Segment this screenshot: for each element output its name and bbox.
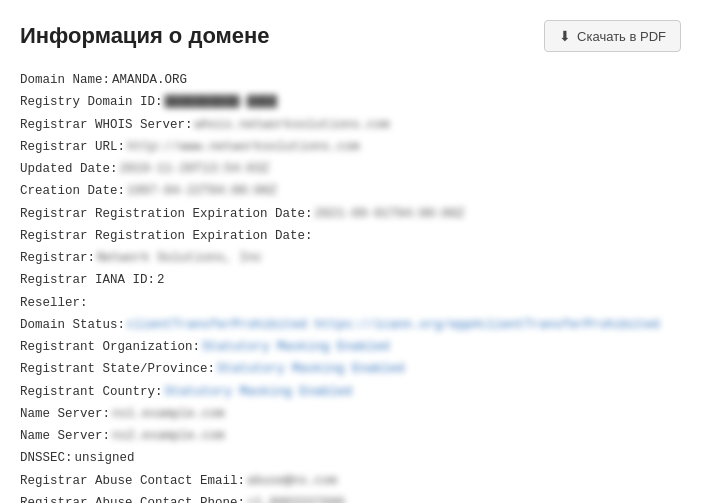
field-label: Reseller: xyxy=(20,293,88,314)
field-value: http://www.networksolutions.com xyxy=(127,137,360,158)
whois-row: Registrant State/Province: Statutory Mas… xyxy=(20,359,681,380)
field-label: DNSSEC: xyxy=(20,448,73,469)
whois-content: Domain Name: AMANDA.ORGRegistry Domain I… xyxy=(20,70,681,503)
field-label: Registrar Registration Expiration Date: xyxy=(20,204,313,225)
field-label: Domain Status: xyxy=(20,315,125,336)
field-label: Registrar Abuse Contact Phone: xyxy=(20,493,245,503)
field-label: Registrant State/Province: xyxy=(20,359,215,380)
whois-row: Name Server: ns2.example.com xyxy=(20,426,681,447)
field-value: ns1.example.com xyxy=(112,404,225,425)
whois-row: Registrant Country: Statutory Masking En… xyxy=(20,382,681,403)
field-label: Registrant Country: xyxy=(20,382,163,403)
field-label: Registrar Abuse Contact Email: xyxy=(20,471,245,492)
whois-row: Creation Date: 1997-04-22T04:00:00Z xyxy=(20,181,681,202)
download-icon: ⬇ xyxy=(559,28,571,44)
whois-row: Name Server: ns1.example.com xyxy=(20,404,681,425)
whois-row: Registrar WHOIS Server: whois.networksol… xyxy=(20,115,681,136)
field-value: +1.8003337680 xyxy=(247,493,345,503)
field-label: Domain Name: xyxy=(20,70,110,91)
field-value: ██████████-████ xyxy=(165,92,278,113)
download-button-label: Скачать в PDF xyxy=(577,29,666,44)
whois-row: Registrant Organization: Statutory Maski… xyxy=(20,337,681,358)
field-value: Network Solutions, Inc xyxy=(97,248,262,269)
whois-row: Registry Domain ID: ██████████-████ xyxy=(20,92,681,113)
field-label: Name Server: xyxy=(20,404,110,425)
field-label: Registrar: xyxy=(20,248,95,269)
whois-row: Registrar: Network Solutions, Inc xyxy=(20,248,681,269)
page-header: Информация о домене ⬇ Скачать в PDF xyxy=(20,20,681,52)
field-value: ns2.example.com xyxy=(112,426,225,447)
field-label: Name Server: xyxy=(20,426,110,447)
whois-row: Registrar Abuse Contact Email: abuse@ns.… xyxy=(20,471,681,492)
whois-row: Domain Name: AMANDA.ORG xyxy=(20,70,681,91)
whois-row: DNSSEC: unsigned xyxy=(20,448,681,469)
whois-row: Registrar Registration Expiration Date: … xyxy=(20,204,681,225)
field-value: clientTransferProhibited https://icann.o… xyxy=(127,315,660,336)
field-value: abuse@ns.com xyxy=(247,471,337,492)
field-label: Registry Domain ID: xyxy=(20,92,163,113)
field-value: 2019-11-20T13:54:03Z xyxy=(120,159,270,180)
field-value: 1997-04-22T04:00:00Z xyxy=(127,181,277,202)
whois-row: Reseller: xyxy=(20,293,681,314)
whois-row: Registrar Registration Expiration Date: xyxy=(20,226,681,247)
field-value: Statutory Masking Enabled xyxy=(202,337,390,358)
field-label: Registrar IANA ID: xyxy=(20,270,155,291)
field-label: Creation Date: xyxy=(20,181,125,202)
field-value: Statutory Masking Enabled xyxy=(217,359,405,380)
whois-row: Updated Date: 2019-11-20T13:54:03Z xyxy=(20,159,681,180)
download-pdf-button[interactable]: ⬇ Скачать в PDF xyxy=(544,20,681,52)
whois-row: Registrar URL: http://www.networksolutio… xyxy=(20,137,681,158)
field-label: Updated Date: xyxy=(20,159,118,180)
field-value: 2021-09-01T04:00:00Z xyxy=(315,204,465,225)
whois-row: Registrar IANA ID: 2 xyxy=(20,270,681,291)
field-value: whois.networksolutions.com xyxy=(195,115,390,136)
page-title: Информация о домене xyxy=(20,23,270,49)
field-value: unsigned xyxy=(75,448,135,469)
whois-row: Registrar Abuse Contact Phone: +1.800333… xyxy=(20,493,681,503)
field-label: Registrar WHOIS Server: xyxy=(20,115,193,136)
whois-row: Domain Status: clientTransferProhibited … xyxy=(20,315,681,336)
field-value: AMANDA.ORG xyxy=(112,70,187,91)
field-value: Statutory Masking Enabled xyxy=(165,382,353,403)
field-value: 2 xyxy=(157,270,165,291)
field-label: Registrant Organization: xyxy=(20,337,200,358)
field-label: Registrar URL: xyxy=(20,137,125,158)
field-label: Registrar Registration Expiration Date: xyxy=(20,226,313,247)
